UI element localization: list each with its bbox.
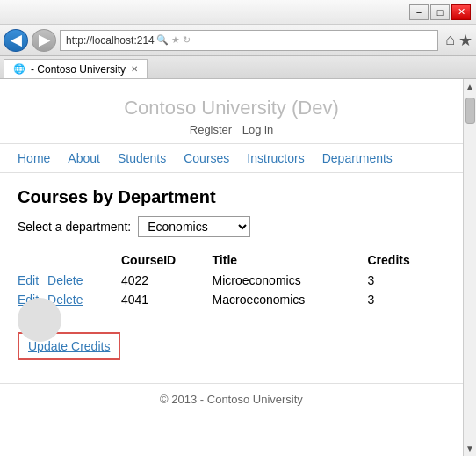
active-tab[interactable]: 🌐 - Contoso University ✕ (4, 59, 148, 78)
favorites-icon[interactable]: ★ (458, 31, 472, 50)
nav-courses[interactable]: Courses (184, 151, 229, 165)
table-row: Edit Delete 4022 Microeconomics 3 (18, 271, 445, 290)
nav-departments[interactable]: Departments (322, 151, 393, 165)
filter-label: Select a department: (18, 220, 131, 234)
filter-row: Select a department: Economics Mathemati… (18, 216, 445, 237)
scroll-up-arrow[interactable]: ▲ (465, 79, 474, 94)
tab-close-button[interactable]: ✕ (131, 64, 138, 74)
row-credits-0: 3 (367, 271, 445, 290)
footer-text: © 2013 - Contoso University (160, 393, 303, 406)
register-link[interactable]: Register (190, 123, 232, 136)
browser-right-icons: ⌂ ★ (445, 31, 472, 50)
scroll-down-arrow[interactable]: ▼ (465, 441, 474, 456)
tab-label: - Contoso University (31, 63, 126, 76)
row-course-id-1: 4041 (121, 290, 213, 309)
home-icon[interactable]: ⌂ (445, 31, 455, 50)
department-select[interactable]: Economics Mathematics English Physics (138, 216, 250, 237)
page-title: Courses by Department (18, 187, 445, 207)
row-course-id-0: 4022 (121, 271, 213, 290)
site-footer: © 2013 - Contoso University (0, 383, 463, 415)
scroll-thumb[interactable] (465, 98, 475, 124)
forward-button[interactable]: ▶ (32, 29, 56, 52)
main-wrapper: Courses by Department Select a departmen… (0, 173, 463, 374)
col-header-title: Title (213, 250, 368, 271)
delete-link-0[interactable]: Delete (47, 273, 83, 287)
edit-link-0[interactable]: Edit (18, 273, 39, 287)
col-header-actions (18, 250, 121, 271)
nav-bar: ◀ ▶ http://localhost:214 🔍 ★ ↻ ⌂ ★ (0, 25, 476, 56)
address-bar[interactable]: http://localhost:214 🔍 ★ ↻ (60, 30, 438, 51)
table-row: Edit Delete 4041 Macroeconomics 3 (18, 290, 445, 309)
site-header: Contoso University (Dev) Register Log in (0, 79, 463, 143)
title-bar-controls: − □ ✕ (409, 4, 471, 20)
nav-students[interactable]: Students (118, 151, 166, 165)
courses-table: CourseID Title Credits Edit Delete 4022 … (18, 250, 445, 309)
row-actions: Edit Delete (18, 271, 121, 290)
maximize-button[interactable]: □ (430, 4, 450, 20)
tab-favicon-icon: 🌐 (13, 63, 25, 75)
avatar (18, 298, 61, 342)
nav-about[interactable]: About (68, 151, 100, 165)
scrollbar-right[interactable]: ▲ ▼ (463, 79, 476, 456)
login-link[interactable]: Log in (242, 123, 273, 136)
close-button[interactable]: ✕ (451, 4, 471, 20)
row-title-1: Macroeconomics (213, 290, 368, 309)
nav-home[interactable]: Home (18, 151, 50, 165)
tab-bar: 🌐 - Contoso University ✕ (0, 56, 476, 79)
site-title: Contoso University (Dev) (0, 97, 463, 119)
browser-body: Contoso University (Dev) Register Log in… (0, 79, 476, 456)
row-title-0: Microeconomics (213, 271, 368, 290)
browser-frame: − □ ✕ ◀ ▶ http://localhost:214 🔍 ★ ↻ ⌂ ★… (0, 0, 476, 456)
site-links: Register Log in (0, 123, 463, 136)
minimize-button[interactable]: − (409, 4, 429, 20)
title-bar: − □ ✕ (0, 0, 476, 25)
col-header-course-id: CourseID (121, 250, 213, 271)
main-content: Courses by Department Select a departmen… (0, 173, 463, 374)
nav-instructors[interactable]: Instructors (247, 151, 304, 165)
row-credits-1: 3 (367, 290, 445, 309)
site-nav-menu: Home About Students Courses Instructors … (0, 143, 463, 173)
col-header-credits: Credits (367, 250, 445, 271)
page-content: Contoso University (Dev) Register Log in… (0, 79, 463, 456)
address-text: http://localhost:214 (66, 34, 155, 47)
back-button[interactable]: ◀ (4, 29, 28, 52)
